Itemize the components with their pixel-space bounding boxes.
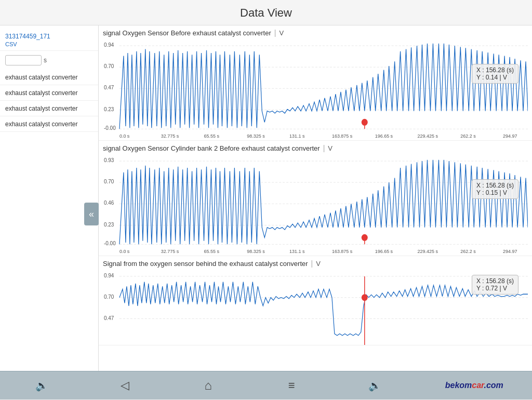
sidebar-file-info: 313174459_171 CSV	[0, 30, 98, 51]
sidebar-section-3: exhaust catalyst converter	[0, 101, 98, 116]
sidebar-unit-label: s	[44, 57, 47, 64]
svg-text:262.2 s: 262.2 s	[460, 248, 476, 254]
svg-text:65.55 s: 65.55 s	[204, 248, 220, 254]
svg-text:0.70: 0.70	[104, 63, 114, 69]
svg-text:229.425 s: 229.425 s	[418, 248, 438, 254]
svg-text:32.775 s: 32.775 s	[161, 133, 179, 138]
collapse-sidebar-button[interactable]: «	[84, 203, 99, 225]
svg-text:0.70: 0.70	[104, 294, 114, 300]
volume-down-icon: 🔈	[35, 379, 48, 392]
svg-text:0.47: 0.47	[104, 315, 114, 321]
svg-text:0.23: 0.23	[104, 106, 114, 112]
svg-text:229.425 s: 229.425 s	[418, 133, 438, 138]
chart-block-3: Signal from the oxygen sensor behind the…	[99, 256, 532, 345]
volume-down-button[interactable]: 🔈	[29, 375, 55, 396]
header: Data View	[0, 0, 532, 25]
svg-text:294.97: 294.97	[503, 133, 517, 138]
svg-text:0.23: 0.23	[104, 221, 114, 227]
chart-1: 0.94 0.70 0.47 0.23 -0.00	[103, 39, 528, 140]
sidebar-time-input[interactable]	[5, 55, 42, 65]
chart-2: 0.93 0.70 0.46 0.23 -0.00 0.0 s 32.775 s…	[103, 154, 528, 256]
page-title: Data View	[0, 6, 532, 20]
svg-text:262.2 s: 262.2 s	[460, 133, 476, 138]
sidebar-filename: 313174459_171	[5, 33, 93, 40]
charts-area: signal Oxygen Sensor Before exhaust cata…	[99, 25, 532, 371]
svg-text:98.325 s: 98.325 s	[247, 248, 265, 254]
back-icon: ◁	[121, 379, 129, 392]
svg-text:0.0 s: 0.0 s	[119, 248, 130, 254]
sidebar-section-2: exhaust catalyst converter	[0, 85, 98, 101]
svg-text:0.94: 0.94	[104, 42, 114, 48]
chart-title-1: signal Oxygen Sensor Before exhaust cata…	[103, 29, 528, 37]
sidebar: 313174459_171 CSV s exhaust catalyst con…	[0, 25, 99, 371]
chart-svg-1: 0.94 0.70 0.47 0.23 -0.00	[103, 39, 528, 140]
chart-3: 0.94 0.70 0.47 X : 156.28 (s) Y : 0.72 |…	[103, 270, 528, 345]
chart-block-1: signal Oxygen Sensor Before exhaust cata…	[99, 25, 532, 141]
home-icon: ⌂	[205, 378, 212, 393]
svg-text:163.875 s: 163.875 s	[332, 133, 353, 138]
home-button[interactable]: ⌂	[195, 375, 221, 396]
svg-text:-0.00: -0.00	[104, 125, 116, 131]
menu-icon: ≡	[288, 379, 295, 392]
svg-text:32.775 s: 32.775 s	[161, 248, 179, 254]
menu-button[interactable]: ≡	[278, 375, 304, 396]
chart-title-3: Signal from the oxygen sensor behind the…	[103, 259, 528, 268]
svg-text:65.55 s: 65.55 s	[204, 133, 220, 138]
svg-text:0.0 s: 0.0 s	[119, 133, 130, 138]
svg-text:131.1 s: 131.1 s	[289, 248, 305, 254]
chart-block-2: signal Oxygen Sensor Cylinder bank 2 Bef…	[99, 141, 532, 256]
main-content: 313174459_171 CSV s exhaust catalyst con…	[0, 25, 532, 371]
svg-text:131.1 s: 131.1 s	[289, 133, 305, 138]
back-button[interactable]: ◁	[112, 375, 138, 396]
svg-text:0.94: 0.94	[104, 273, 114, 278]
chart-svg-2: 0.93 0.70 0.46 0.23 -0.00 0.0 s 32.775 s…	[103, 154, 528, 256]
svg-text:294.97: 294.97	[503, 248, 517, 254]
sidebar-input-row: s	[0, 51, 98, 70]
sidebar-filetype: CSV	[5, 41, 93, 47]
svg-text:98.325 s: 98.325 s	[247, 133, 265, 138]
svg-text:0.47: 0.47	[104, 85, 114, 90]
svg-text:163.875 s: 163.875 s	[332, 248, 353, 254]
svg-text:-0.00: -0.00	[104, 241, 116, 246]
bottom-nav: 🔈 ◁ ⌂ ≡ 🔈 bekomcar.com	[0, 371, 532, 399]
volume-up-button[interactable]: 🔈	[362, 375, 388, 396]
svg-text:196.65 s: 196.65 s	[375, 133, 393, 138]
chart-title-2: signal Oxygen Sensor Cylinder bank 2 Bef…	[103, 144, 528, 152]
sidebar-section-1: exhaust catalyst converter	[0, 70, 98, 85]
svg-text:0.46: 0.46	[104, 200, 114, 206]
sidebar-section-4: exhaust catalyst converter	[0, 116, 98, 132]
watermark: bekomcar.com	[445, 381, 503, 390]
svg-text:0.93: 0.93	[104, 157, 114, 163]
svg-text:0.70: 0.70	[104, 179, 114, 184]
svg-text:196.65 s: 196.65 s	[375, 248, 393, 254]
chart-svg-3: 0.94 0.70 0.47	[103, 270, 528, 345]
volume-up-icon: 🔈	[368, 379, 381, 392]
